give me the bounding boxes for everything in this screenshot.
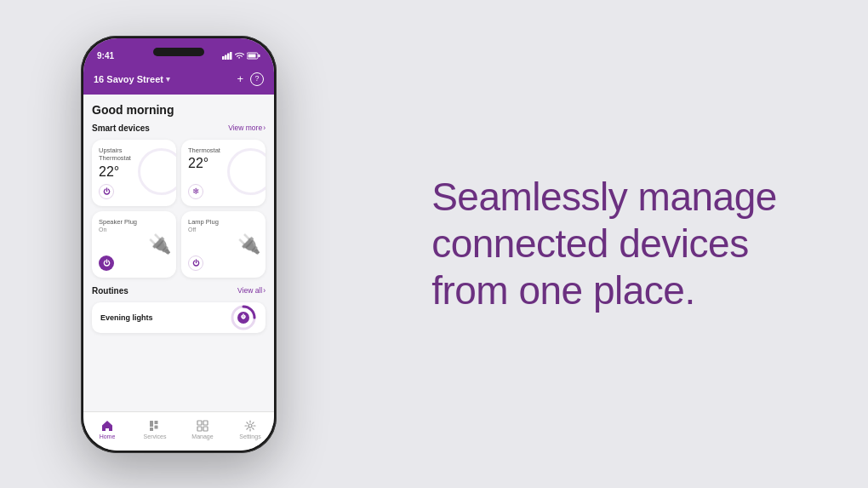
tagline-line1: Seamlessly manage (431, 175, 777, 219)
routine-card[interactable]: Evening lights (92, 302, 266, 333)
power-icon (192, 259, 200, 267)
routine-name: Evening lights (100, 313, 153, 322)
svg-rect-12 (155, 425, 158, 428)
svg-rect-2 (227, 54, 230, 60)
svg-rect-9 (150, 428, 153, 431)
card-top: Speaker Plug On (99, 218, 169, 233)
view-all-link[interactable]: View all › (237, 286, 266, 295)
wifi-icon (235, 52, 244, 60)
svg-rect-10 (150, 421, 153, 427)
device-power-btn[interactable] (99, 184, 114, 199)
device-name: Speaker Plug (99, 218, 169, 227)
nav-home[interactable]: Home (83, 420, 131, 439)
signal-icon (222, 52, 232, 60)
phone-screen: 9:41 (83, 38, 274, 451)
power-icon (103, 187, 111, 195)
svg-rect-15 (197, 427, 202, 431)
nav-manage-label: Manage (191, 433, 213, 439)
svg-rect-14 (203, 421, 208, 425)
routine-arc-icon (230, 304, 257, 331)
device-power-btn[interactable] (188, 255, 203, 271)
devices-grid: UpstairsThermostat 22° (92, 140, 266, 278)
routine-toggle-area (230, 304, 257, 331)
lamp-plug-card[interactable]: Lamp Plug Off 🔌 (181, 211, 266, 278)
snowflake-icon: ❄ (192, 187, 199, 196)
svg-rect-16 (203, 427, 208, 431)
services-icon (149, 420, 161, 432)
settings-icon (244, 420, 256, 432)
svg-rect-1 (225, 55, 227, 60)
tagline-section: Seamlessly manage connected devices from… (357, 140, 868, 349)
nav-settings[interactable]: Settings (226, 420, 274, 439)
app-header: 16 Savoy Street ▾ + ? (83, 69, 274, 95)
phone-wrapper: 9:41 (0, 0, 357, 488)
smart-devices-header: Smart devices View more › (92, 123, 266, 133)
dynamic-island (153, 48, 204, 56)
device-status: Off (188, 227, 259, 233)
tagline-line3: from one place. (431, 268, 695, 313)
thermostat-card-1[interactable]: UpstairsThermostat 22° (92, 140, 176, 206)
svg-rect-0 (222, 56, 225, 60)
device-status: On (99, 227, 169, 233)
plug-decoration: 🔌 (237, 233, 260, 255)
device-snowflake-btn[interactable]: ❄ (188, 184, 203, 199)
status-icons (222, 52, 260, 60)
svg-rect-6 (248, 55, 256, 58)
power-icon (103, 259, 111, 267)
card-top: Lamp Plug Off (188, 218, 259, 233)
tagline-text: Seamlessly manage connected devices from… (431, 174, 777, 315)
location-text: 16 Savoy Street (94, 74, 163, 84)
bottom-nav: Home Services (83, 411, 274, 451)
speaker-plug-card[interactable]: Speaker Plug On 🔌 (92, 211, 176, 278)
smart-devices-title: Smart devices (92, 123, 150, 133)
svg-rect-11 (155, 421, 158, 424)
card-decoration (227, 148, 266, 195)
routines-title: Routines (92, 286, 128, 296)
status-time: 9:41 (97, 51, 114, 60)
header-actions: + ? (237, 72, 264, 86)
plug-decoration: 🔌 (148, 233, 171, 255)
svg-rect-13 (197, 421, 202, 425)
svg-rect-3 (230, 52, 232, 60)
header-location[interactable]: 16 Savoy Street ▾ (94, 74, 170, 84)
phone-device: 9:41 (81, 36, 277, 453)
card-decoration (138, 148, 176, 195)
manage-icon (197, 420, 208, 432)
device-power-btn[interactable] (99, 255, 114, 271)
app-content: Good morning Smart devices View more › (83, 95, 274, 411)
nav-manage[interactable]: Manage (179, 420, 226, 439)
location-chevron: ▾ (166, 75, 170, 83)
add-button[interactable]: + (237, 73, 243, 84)
greeting-text: Good morning (92, 103, 266, 117)
nav-services-label: Services (144, 433, 167, 439)
svg-point-17 (248, 424, 252, 428)
device-name: Lamp Plug (188, 218, 259, 227)
home-icon (101, 420, 113, 432)
tagline-line2: connected devices (431, 221, 749, 266)
svg-rect-5 (259, 55, 260, 57)
nav-settings-label: Settings (239, 433, 260, 439)
routines-header: Routines View all › (92, 286, 266, 296)
view-more-link[interactable]: View more › (228, 123, 266, 132)
battery-icon (247, 52, 260, 60)
help-button[interactable]: ? (250, 72, 264, 86)
nav-services[interactable]: Services (131, 420, 179, 439)
nav-home-label: Home (100, 433, 116, 439)
routines-section: Routines View all › Evening lights (92, 286, 266, 333)
thermostat-card-2[interactable]: Thermostat 22° ❄ (181, 140, 266, 206)
